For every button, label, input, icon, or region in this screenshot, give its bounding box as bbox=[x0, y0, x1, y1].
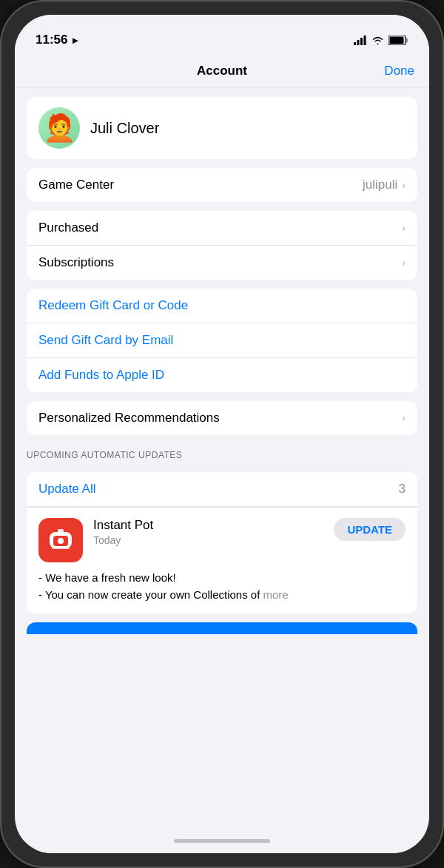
status-time: 11:56 ► bbox=[36, 33, 80, 47]
purchases-card: Purchased › Subscriptions › bbox=[27, 211, 417, 280]
game-center-row[interactable]: Game Center julipuli › bbox=[27, 168, 417, 202]
instant-pot-icon-svg bbox=[47, 526, 75, 554]
recommendations-label: Personalized Recommendations bbox=[38, 411, 220, 425]
svg-rect-5 bbox=[406, 38, 408, 42]
purchased-label: Purchased bbox=[38, 221, 98, 235]
chevron-icon: › bbox=[402, 179, 406, 191]
app-description: - We have a fresh new look! - You can no… bbox=[38, 570, 406, 603]
more-link[interactable]: more bbox=[263, 588, 289, 601]
app-description-line1: - We have a fresh new look! bbox=[38, 570, 406, 587]
wifi-icon bbox=[371, 36, 384, 45]
update-all-row[interactable]: Update All 3 bbox=[27, 472, 417, 507]
signal-icon bbox=[354, 36, 367, 45]
recommendations-chevron-icon: › bbox=[402, 412, 406, 424]
phone-frame: 11:56 ► bbox=[0, 0, 444, 868]
profile-card[interactable]: 🧑‍🦰 Juli Clover bbox=[27, 97, 417, 159]
battery-icon bbox=[388, 36, 408, 45]
bottom-peek-card bbox=[27, 622, 417, 634]
upcoming-section-label: UPCOMING AUTOMATIC UPDATES bbox=[15, 444, 429, 463]
update-all-card: Update All 3 bbox=[27, 472, 417, 507]
gift-actions-card: Redeem Gift Card or Code Send Gift Card … bbox=[27, 289, 417, 392]
screen-content: Account Done 🧑‍🦰 Juli Clover Game Center… bbox=[15, 55, 429, 828]
recommendations-card[interactable]: Personalized Recommendations › bbox=[27, 401, 417, 435]
app-name: Instant Pot bbox=[93, 518, 323, 533]
game-center-card[interactable]: Game Center julipuli › bbox=[27, 168, 417, 202]
done-button[interactable]: Done bbox=[384, 64, 414, 78]
update-all-label: Update All bbox=[38, 482, 96, 497]
update-count: 3 bbox=[399, 482, 406, 497]
svg-rect-11 bbox=[52, 547, 70, 549]
nav-title: Account bbox=[197, 64, 247, 78]
home-indicator bbox=[15, 828, 429, 853]
home-bar bbox=[174, 839, 270, 843]
app-description-line2: - You can now create your own Collection… bbox=[38, 587, 406, 604]
profile-row[interactable]: 🧑‍🦰 Juli Clover bbox=[27, 97, 417, 159]
update-button[interactable]: UPDATE bbox=[334, 518, 406, 541]
svg-rect-0 bbox=[354, 42, 356, 45]
time-display: 11:56 bbox=[36, 33, 67, 47]
game-center-label: Game Center bbox=[38, 178, 114, 192]
app-info: Instant Pot Today bbox=[93, 518, 323, 546]
status-icons bbox=[354, 36, 408, 45]
purchased-value: › bbox=[402, 222, 406, 234]
send-gift-label: Send Gift Card by Email bbox=[38, 333, 173, 348]
recommendations-value: › bbox=[402, 412, 406, 424]
svg-rect-3 bbox=[364, 36, 366, 45]
nav-header: Account Done bbox=[15, 55, 429, 88]
game-center-value: julipuli › bbox=[363, 178, 406, 192]
redeem-row[interactable]: Redeem Gift Card or Code bbox=[27, 289, 417, 323]
redeem-label: Redeem Gift Card or Code bbox=[38, 298, 188, 313]
upcoming-updates-section: UPCOMING AUTOMATIC UPDATES Update All 3 bbox=[15, 444, 429, 613]
svg-point-10 bbox=[58, 538, 64, 544]
app-date: Today bbox=[93, 534, 323, 546]
svg-rect-6 bbox=[390, 36, 404, 44]
add-funds-label: Add Funds to Apple ID bbox=[38, 368, 164, 383]
purchased-chevron-icon: › bbox=[402, 222, 406, 234]
svg-rect-1 bbox=[357, 40, 360, 45]
app-update-item: Instant Pot Today UPDATE - We have a fre… bbox=[27, 507, 417, 613]
app-icon bbox=[38, 518, 83, 562]
subscriptions-chevron-icon: › bbox=[402, 257, 406, 269]
phone-screen: 11:56 ► bbox=[15, 15, 429, 853]
subscriptions-label: Subscriptions bbox=[38, 255, 114, 270]
svg-rect-9 bbox=[58, 529, 64, 534]
status-bar: 11:56 ► bbox=[15, 15, 429, 55]
svg-rect-2 bbox=[360, 38, 363, 45]
app-row-top: Instant Pot Today UPDATE bbox=[38, 518, 406, 562]
avatar: 🧑‍🦰 bbox=[38, 107, 80, 149]
purchased-row[interactable]: Purchased › bbox=[27, 211, 417, 245]
profile-name: Juli Clover bbox=[90, 120, 159, 137]
subscriptions-value: › bbox=[402, 257, 406, 269]
location-icon: ► bbox=[70, 35, 80, 46]
send-gift-row[interactable]: Send Gift Card by Email bbox=[27, 323, 417, 357]
add-funds-row[interactable]: Add Funds to Apple ID bbox=[27, 357, 417, 392]
recommendations-row[interactable]: Personalized Recommendations › bbox=[27, 401, 417, 435]
subscriptions-row[interactable]: Subscriptions › bbox=[27, 245, 417, 280]
